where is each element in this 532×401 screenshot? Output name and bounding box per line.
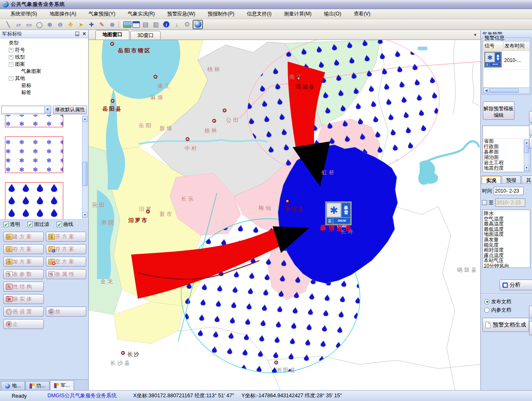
toolbar-icon[interactable]: ▤	[141, 20, 150, 29]
scroll-thumb[interactable]	[490, 88, 519, 93]
action-button[interactable]: 打开方案	[46, 232, 86, 242]
toolbar-icon[interactable]: ⊛	[107, 20, 117, 29]
layer-list-scrollbar[interactable]: ▲ ▼	[524, 139, 530, 171]
toolbar-icon[interactable]: ✚	[87, 20, 96, 29]
pattern-swatch[interactable]	[5, 182, 63, 220]
scroll-left-icon[interactable]: ◀	[483, 88, 489, 93]
tree-toggle-icon[interactable]: +	[9, 55, 13, 59]
end-time-checkbox[interactable]	[482, 200, 487, 205]
tree-node[interactable]: + 线型	[0, 54, 88, 61]
menu-item[interactable]: 预警应急(W)	[161, 9, 201, 19]
action-button[interactable]: 动画设置	[3, 307, 44, 317]
clipped-button-sliver[interactable]	[529, 321, 532, 335]
map-canvas[interactable]: 岳阳市辖区桃林康王麻塘岳阳县岳阳新墙公田杨林中村南江通城县虹桥长乐营田汨罗新市湘…	[89, 40, 480, 390]
action-button[interactable]: 修改属性	[46, 269, 86, 279]
action-button[interactable]: 停止	[3, 319, 44, 329]
action-button[interactable]: 属性结构	[3, 282, 44, 292]
doc-radio-row[interactable]: 内参文档	[484, 306, 532, 314]
radio-icon[interactable]	[484, 307, 490, 313]
toolbar-icon[interactable]: ▥	[151, 20, 161, 29]
menu-item[interactable]: 预报制作(P)	[201, 9, 241, 19]
menu-item[interactable]: 输出(O)	[318, 9, 347, 19]
tree-toggle-icon[interactable]: +	[9, 48, 13, 52]
action-button[interactable]: 添加方案	[3, 257, 44, 267]
layer-list-box[interactable]: 省面行政面县界面湖泊面岩土工程地震烈度 ▲ ▼	[482, 126, 530, 172]
scroll-thumb[interactable]	[82, 162, 87, 186]
scroll-down-icon[interactable]: ▼	[524, 165, 529, 171]
pin-icon[interactable]	[75, 32, 79, 36]
toolbar-icon[interactable]: ⚙	[182, 20, 192, 29]
doc-radio-row[interactable]: 发布文档	[484, 298, 532, 305]
action-button[interactable]: 保存方案	[3, 244, 44, 254]
scroll-track[interactable]	[82, 122, 87, 212]
radio-icon[interactable]	[484, 299, 490, 304]
clipped-button-sliver[interactable]	[529, 137, 532, 149]
tree-node[interactable]: 标签	[0, 89, 88, 96]
tree-node[interactable]: 气象图案	[0, 68, 88, 75]
toolbar-icon[interactable]: ✥	[66, 20, 75, 29]
map-window-tab[interactable]: 地图窗口	[95, 30, 129, 40]
action-button[interactable]: 新建方案	[3, 232, 44, 242]
toolbar-icon[interactable]: ⊖	[55, 20, 65, 29]
menu-item[interactable]: 测量计算(M)	[278, 9, 318, 19]
scroll-thumb[interactable]	[524, 146, 529, 153]
tab-list-dropdown-icon[interactable]: ▼	[473, 33, 477, 37]
clipped-button-sliver[interactable]	[529, 306, 532, 318]
layer-list-item[interactable]: 地震烈度	[484, 166, 530, 171]
clipped-button-sliver[interactable]	[529, 124, 532, 136]
toolbar-icon[interactable]	[193, 20, 203, 29]
pattern-swatch[interactable]	[5, 115, 63, 127]
toolbar-icon[interactable]: ▭	[24, 20, 34, 29]
action-button[interactable]: 删除实体	[3, 294, 44, 304]
menu-item[interactable]: 系统管理(S)	[4, 9, 43, 19]
action-button[interactable]: 修改参数	[3, 269, 44, 279]
warning-signal-table[interactable]: 信号 发布时间 ✱ 暴雪 蓝 SNOW STORM	[483, 41, 530, 88]
checkbox-icon[interactable]	[57, 222, 62, 227]
action-button[interactable]: 清空方案	[46, 257, 86, 267]
toolbar-icon[interactable]	[132, 21, 140, 28]
tree-node[interactable]: - 图案	[0, 61, 88, 68]
option-checkbox[interactable]: 透明	[3, 221, 20, 228]
toolbar-icon[interactable]: ➤	[76, 20, 86, 29]
time-input[interactable]	[494, 187, 524, 195]
tree-node[interactable]: 箭标	[0, 82, 88, 89]
toolbar-icon[interactable]	[119, 21, 122, 28]
toolbar-icon[interactable]	[123, 21, 132, 28]
analyze-button[interactable]: ▦ 分析	[500, 280, 532, 290]
option-checkbox[interactable]: 曲线	[57, 221, 73, 228]
action-button[interactable]: 另存方案	[46, 244, 86, 254]
panel-tab[interactable]: 地...	[1, 381, 25, 390]
table-row[interactable]: ✱ 暴雪 蓝 SNOW STORM 2010-...	[483, 51, 530, 70]
menu-item[interactable]: 信息支持(I)	[241, 9, 278, 19]
column-header-time[interactable]: 发布时间	[503, 42, 530, 50]
swatch-scrollbar[interactable]: ▲ ▼	[82, 116, 88, 218]
clipped-button-sliver[interactable]	[529, 111, 532, 123]
menu-item[interactable]: 查看(V)	[348, 9, 377, 19]
option-checkbox[interactable]: 面过滤	[27, 221, 49, 228]
checkbox-icon[interactable]	[3, 222, 9, 227]
tree-node[interactable]: + 符号	[0, 47, 88, 54]
checkbox-icon[interactable]	[27, 222, 33, 227]
column-header-signal[interactable]: 信号	[483, 42, 503, 50]
scroll-down-icon[interactable]: ▼	[82, 212, 87, 218]
element-list-item[interactable]: 10分钟风向	[484, 263, 530, 268]
snowstorm-sign[interactable]: ✱ 暴雪 蓝 SNOW STORM	[325, 201, 352, 225]
chevron-down-icon[interactable]: ▼	[44, 106, 51, 113]
element-list-item[interactable]: 相对湿度	[484, 248, 530, 253]
action-button[interactable]: 播放	[46, 307, 86, 317]
tree-node[interactable]: 类型	[0, 40, 88, 47]
toolbar-icon[interactable]: ⊕	[45, 20, 55, 29]
table-horizontal-scrollbar[interactable]: ◀	[483, 88, 530, 94]
tree-toggle-icon[interactable]: -	[9, 62, 13, 67]
tree-toggle-icon[interactable]: -	[9, 76, 13, 81]
map-window-tab[interactable]: 3D窗口	[130, 31, 161, 40]
tree-node[interactable]: - 其他	[0, 75, 88, 82]
scroll-up-icon[interactable]: ▲	[82, 116, 87, 122]
weather-element-list[interactable]: 降水空气温度最高温度最低温度地面温度蒸发量能见度相对湿度露点温度本站气压10分钟…	[482, 210, 530, 268]
scroll-up-icon[interactable]: ▲	[524, 140, 529, 146]
toolbar-icon[interactable]: i	[162, 20, 171, 29]
menu-item[interactable]: 地图操作(A)	[43, 9, 82, 19]
toolbar-icon[interactable]: ↓	[172, 20, 181, 29]
element-list-item[interactable]: 最高温度	[484, 221, 530, 227]
close-icon[interactable]: ✕	[82, 31, 86, 37]
